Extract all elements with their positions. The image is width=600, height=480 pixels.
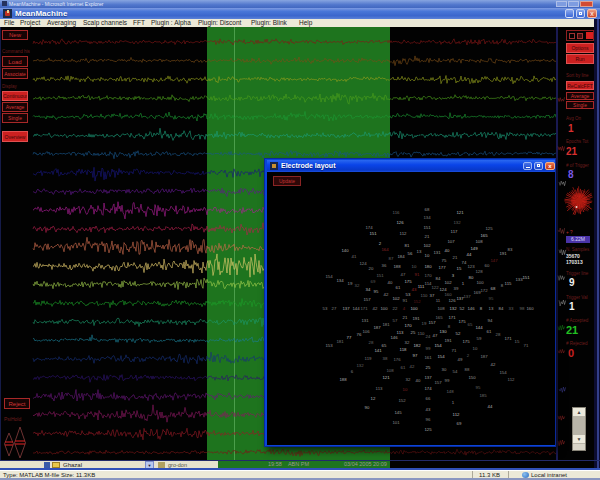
- svg-text:1: 1: [452, 400, 455, 405]
- svg-text:24: 24: [426, 334, 431, 339]
- svg-text:174: 174: [424, 386, 432, 391]
- svg-text:52: 52: [460, 306, 465, 311]
- svg-text:134: 134: [423, 215, 431, 220]
- svg-text:61: 61: [396, 285, 401, 290]
- svg-text:43: 43: [412, 287, 417, 292]
- svg-text:144: 144: [475, 325, 483, 330]
- svg-text:21: 21: [453, 255, 458, 260]
- svg-text:180: 180: [424, 264, 432, 269]
- svg-text:145: 145: [394, 410, 402, 415]
- svg-text:175: 175: [404, 279, 412, 284]
- svg-text:107: 107: [447, 239, 455, 244]
- svg-text:76: 76: [357, 332, 362, 337]
- svg-text:77: 77: [347, 335, 352, 340]
- svg-text:102: 102: [392, 296, 400, 301]
- svg-text:49: 49: [458, 357, 463, 362]
- svg-text:84: 84: [499, 306, 504, 311]
- svg-text:8: 8: [480, 306, 483, 311]
- svg-text:22: 22: [393, 306, 398, 311]
- svg-text:21: 21: [403, 315, 408, 320]
- svg-text:61: 61: [401, 365, 406, 370]
- svg-text:126: 126: [448, 298, 456, 303]
- svg-text:141: 141: [374, 348, 382, 353]
- svg-text:39: 39: [454, 286, 459, 291]
- svg-text:149: 149: [470, 246, 478, 251]
- svg-text:191: 191: [412, 316, 420, 321]
- svg-text:42: 42: [384, 292, 389, 297]
- svg-text:117: 117: [451, 229, 458, 234]
- svg-text:91: 91: [415, 272, 420, 277]
- svg-text:56: 56: [408, 251, 413, 256]
- svg-text:21: 21: [425, 234, 430, 239]
- svg-text:154: 154: [437, 354, 445, 359]
- svg-text:170: 170: [424, 273, 432, 278]
- svg-text:102: 102: [423, 243, 431, 248]
- svg-text:68: 68: [491, 286, 496, 291]
- svg-text:36: 36: [382, 263, 387, 268]
- svg-text:40: 40: [445, 248, 450, 253]
- svg-text:47: 47: [401, 272, 406, 277]
- svg-text:171: 171: [360, 306, 368, 311]
- svg-text:100: 100: [410, 306, 418, 311]
- svg-text:15: 15: [457, 266, 462, 271]
- svg-text:147: 147: [490, 258, 498, 263]
- svg-text:81: 81: [405, 243, 410, 248]
- svg-text:3: 3: [452, 273, 455, 278]
- svg-text:191: 191: [444, 338, 452, 343]
- svg-text:41: 41: [352, 254, 357, 259]
- svg-text:96: 96: [426, 417, 431, 422]
- svg-text:13: 13: [417, 249, 422, 254]
- svg-text:112: 112: [400, 231, 407, 236]
- svg-text:10: 10: [425, 253, 430, 258]
- svg-text:59: 59: [477, 336, 482, 341]
- svg-text:10: 10: [412, 264, 417, 269]
- svg-text:181: 181: [382, 322, 390, 327]
- svg-text:84: 84: [436, 276, 441, 281]
- svg-text:148: 148: [446, 389, 454, 394]
- svg-text:53: 53: [406, 292, 411, 297]
- svg-text:61: 61: [487, 329, 492, 334]
- svg-text:100: 100: [476, 280, 484, 285]
- svg-text:131: 131: [433, 250, 441, 255]
- svg-text:188: 188: [393, 264, 401, 269]
- svg-text:151: 151: [423, 225, 431, 230]
- svg-text:54: 54: [453, 369, 458, 374]
- svg-text:32: 32: [355, 283, 360, 288]
- svg-text:43: 43: [426, 407, 431, 412]
- svg-text:91: 91: [403, 298, 408, 303]
- svg-text:87: 87: [389, 256, 394, 261]
- svg-text:40: 40: [388, 280, 393, 285]
- svg-text:108: 108: [437, 306, 445, 311]
- svg-text:172: 172: [480, 288, 488, 293]
- svg-text:42: 42: [410, 364, 415, 369]
- svg-text:88: 88: [465, 367, 470, 372]
- svg-text:10: 10: [473, 346, 478, 351]
- svg-text:125: 125: [485, 226, 493, 231]
- svg-text:126: 126: [396, 220, 404, 225]
- svg-text:37: 37: [430, 293, 435, 298]
- svg-text:108: 108: [386, 368, 394, 373]
- svg-text:19: 19: [422, 321, 427, 326]
- svg-text:11: 11: [436, 298, 441, 303]
- svg-text:6: 6: [351, 369, 354, 374]
- svg-text:65: 65: [382, 343, 387, 348]
- svg-text:99: 99: [445, 378, 450, 383]
- svg-text:160: 160: [526, 306, 534, 311]
- svg-text:132: 132: [453, 220, 461, 225]
- svg-text:75: 75: [442, 258, 447, 263]
- svg-text:122: 122: [431, 285, 439, 290]
- svg-text:44: 44: [488, 404, 493, 409]
- svg-text:108: 108: [475, 239, 483, 244]
- svg-text:157: 157: [363, 297, 371, 302]
- svg-text:165: 165: [480, 233, 488, 238]
- svg-text:68: 68: [425, 207, 430, 212]
- svg-text:137: 137: [463, 294, 471, 299]
- svg-text:118: 118: [400, 347, 407, 352]
- svg-text:165: 165: [435, 315, 443, 320]
- svg-text:32: 32: [406, 377, 411, 382]
- svg-text:121: 121: [382, 375, 390, 380]
- svg-text:113: 113: [397, 330, 404, 335]
- svg-text:187: 187: [373, 325, 381, 330]
- svg-text:184: 184: [397, 254, 405, 259]
- svg-text:151: 151: [376, 273, 384, 278]
